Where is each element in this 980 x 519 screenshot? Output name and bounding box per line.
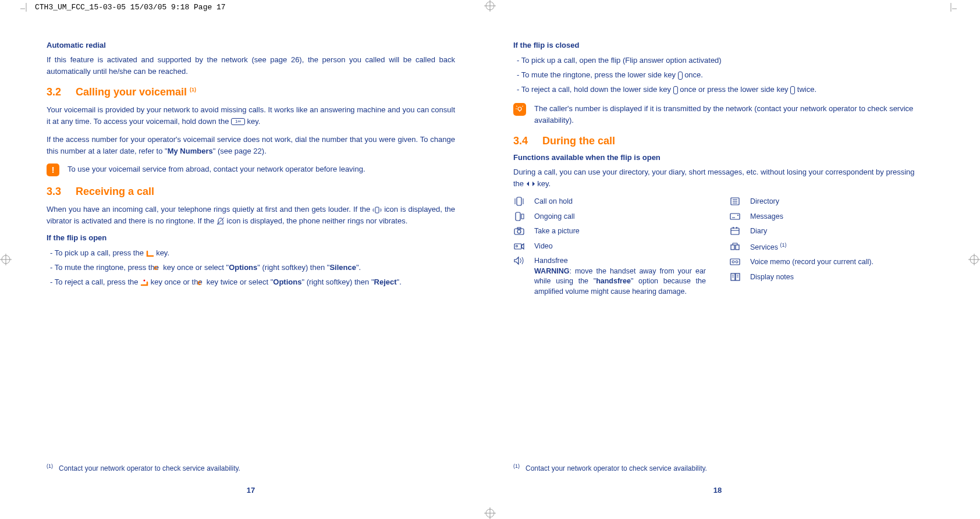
b1a: To pick up a call, press the [55, 248, 146, 257]
page-17: Automatic redial If this feature is acti… [23, 17, 478, 502]
nav-key-icon [526, 179, 535, 190]
tip-text: The caller's number is displayed if it i… [534, 103, 922, 126]
sec32-p2c: " (see page 22). [213, 147, 267, 155]
speaker-icon [513, 256, 525, 265]
hf-label: Handsfree [534, 257, 568, 265]
auto-redial-body: If this feature is activated and support… [47, 54, 455, 77]
page-num-18: 18 [713, 486, 722, 495]
fn-video: Video [513, 241, 706, 252]
section-3-4-title: During the call [542, 135, 615, 147]
svg-point-47 [736, 261, 738, 263]
video-icon [513, 241, 525, 251]
sec34-p1b: key. [535, 179, 551, 188]
svg-line-23 [522, 106, 523, 106]
fn-display-notes: Display notes [729, 272, 922, 283]
sec33-p1c: icon is displayed, the phone neither rin… [225, 216, 407, 225]
notes-icon [729, 272, 741, 282]
fn-call-hold-label: Call on hold [534, 197, 706, 207]
c2a: To mute the ringtone, press the lower si… [521, 70, 678, 79]
svg-line-22 [516, 106, 517, 106]
fn-ongoing: Ongoing call [513, 212, 706, 222]
fn-voice-memo-label: Voice memo (record your current call). [750, 257, 922, 268]
flip-closed-title: If the flip is closed [513, 41, 922, 49]
flip-open-b2: To mute the ringtone, press the c key on… [47, 261, 455, 274]
svg-rect-43 [731, 245, 734, 250]
c3a: To reject a call, hold down the lower si… [521, 85, 673, 94]
diary-icon [729, 226, 741, 236]
services-sup: (1) [780, 242, 786, 248]
sec33-p1: When you have an incoming call, your tel… [47, 204, 455, 226]
camera-icon [513, 226, 525, 236]
section-3-2-num: 3.2 [47, 86, 76, 98]
fn-voice-memo: Voice memo (record your current call). [729, 257, 922, 268]
document-header: CTH3_UM_FCC_15-03-05 15/03/05 9:18 Page … [35, 3, 226, 12]
svg-rect-45 [730, 259, 740, 265]
fn-diary: Diary [729, 226, 922, 237]
section-3-2-sup: (1) [190, 87, 196, 93]
end-key-icon [140, 279, 148, 286]
call-key-icon [146, 250, 154, 257]
footnote-text-17: Contact your network operator to check s… [59, 464, 240, 472]
c3c: twice. [795, 85, 816, 94]
directory-icon [729, 197, 741, 206]
section-3-3-title: Receiving a call [76, 186, 154, 197]
sec32-note-text: To use your voicemail service from abroa… [68, 163, 455, 175]
b3d: Options [273, 278, 301, 286]
page-18: If the flip is closed To pick up a call,… [478, 17, 957, 502]
mute-icon [216, 217, 225, 225]
function-grid: Call on hold Ongoing call Take a picture… [513, 197, 922, 301]
svg-point-37 [737, 215, 738, 216]
auto-redial-title: Automatic redial [47, 41, 455, 49]
fn-messages: Messages [729, 212, 922, 222]
footnote-sup-18: (1) [513, 463, 520, 469]
b3c: key twice or select " [204, 278, 273, 286]
b2a: To mute the ringtone, press the [55, 263, 161, 272]
svg-rect-25 [516, 212, 520, 221]
caller-id-tip: The caller's number is displayed if it i… [513, 103, 922, 126]
b2d: " (right softkey) then " [257, 263, 329, 272]
flip-open-b1: To pick up a call, press the key. [47, 247, 455, 260]
svg-point-31 [516, 245, 518, 247]
closed-b2: To mute the ringtone, press the lower si… [513, 69, 922, 81]
closed-b1: To pick up a call, open the flip (Flip a… [513, 54, 922, 67]
section-3-4-num: 3.4 [513, 135, 542, 147]
fn-handsfree: Handsfree WARNING: move the handset away… [513, 256, 706, 297]
c3b: once or press the lower side key [678, 85, 791, 94]
exclamation-icon: ! [47, 163, 59, 176]
fn-diary-label: Diary [750, 226, 922, 237]
svg-point-19 [518, 107, 521, 111]
fn-directory-label: Directory [750, 197, 922, 207]
flip-closed-list: To pick up a call, open the flip (Flip a… [513, 54, 922, 96]
flip-open-b3: To reject a call, press the key once or … [47, 276, 455, 289]
fn-ongoing-label: Ongoing call [534, 212, 706, 222]
b1b: key. [154, 248, 170, 257]
function-col-2: Directory Messages Diary Services (1) Vo… [729, 197, 922, 301]
svg-point-18 [144, 279, 145, 281]
sec34-p1: During a call, you can use your director… [513, 166, 922, 190]
vibrate-icon [372, 206, 382, 214]
side-key-icon [678, 72, 683, 80]
fn-video-label: Video [534, 241, 706, 252]
fn-call-hold: Call on hold [513, 197, 706, 207]
sec32-note: ! To use your voicemail service from abr… [47, 163, 455, 176]
section-3-3-heading: 3.3Receiving a call [47, 186, 455, 198]
sec32-p2b: My Numbers [168, 147, 213, 155]
function-col-1: Call on hold Ongoing call Take a picture… [513, 197, 706, 301]
svg-point-28 [517, 230, 521, 233]
crop-mark-top [484, 0, 496, 12]
b3b: key once or the [148, 278, 204, 286]
bulb-icon [513, 103, 526, 116]
svg-rect-16 [375, 207, 379, 213]
footnote-sup-17: (1) [47, 463, 53, 469]
section-3-4-heading: 3.4During the call [513, 135, 922, 147]
svg-rect-24 [517, 197, 521, 205]
b2e: Silence [329, 263, 356, 272]
b2f: ". [356, 263, 361, 272]
footnote-18: (1) Contact your network operator to che… [513, 463, 707, 472]
fn-services-label: Services (1) [750, 241, 922, 253]
closed-b3: To reject a call, hold down the lower si… [513, 83, 922, 96]
fn-handsfree-label: Handsfree WARNING: move the handset away… [534, 256, 706, 297]
footnote-text-18: Contact your network operator to check s… [525, 464, 707, 472]
page-num-17: 17 [247, 486, 255, 495]
fn-display-notes-label: Display notes [750, 272, 922, 283]
